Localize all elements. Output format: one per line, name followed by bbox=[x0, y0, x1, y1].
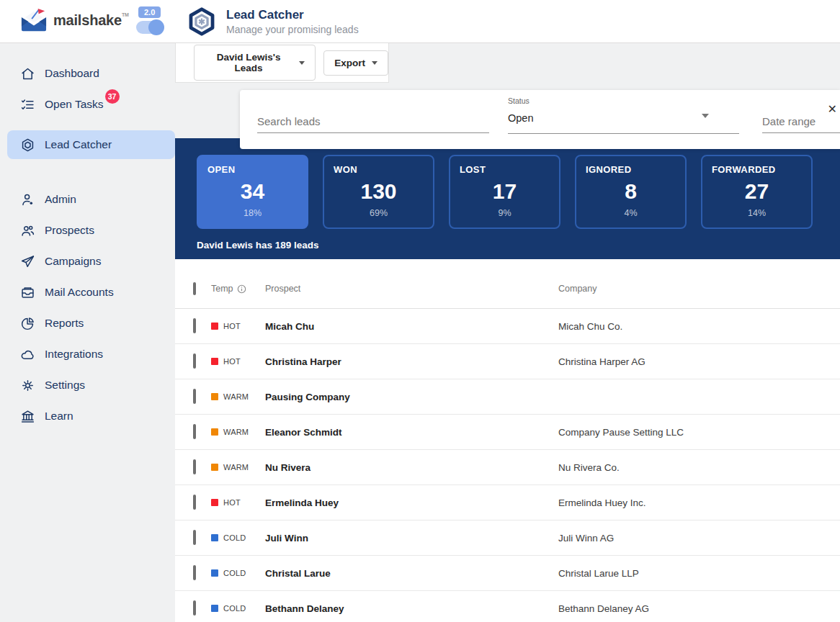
table-row[interactable]: HOT Micah Chu Micah Chu Co. bbox=[175, 309, 840, 344]
date-range-input[interactable] bbox=[762, 110, 840, 133]
prospect-name[interactable]: Pausing Company bbox=[265, 392, 558, 402]
stat-card-lost[interactable]: LOST 17 9% bbox=[449, 155, 560, 229]
prospect-name[interactable]: Ermelinda Huey bbox=[265, 497, 558, 508]
stat-percent: 69% bbox=[324, 208, 433, 218]
stat-percent: 4% bbox=[576, 208, 685, 218]
temp-color-swatch bbox=[211, 605, 218, 612]
prospect-name[interactable]: Nu Rivera bbox=[265, 462, 558, 473]
column-prospect: Prospect bbox=[265, 284, 558, 294]
row-checkbox[interactable] bbox=[193, 600, 196, 616]
prospect-name[interactable]: Bethann Delaney bbox=[265, 603, 558, 614]
prospect-name[interactable]: Juli Winn bbox=[265, 533, 558, 544]
company-name: Christal Larue LLP bbox=[558, 568, 840, 579]
sidebar-item-admin[interactable]: Admin bbox=[7, 185, 175, 214]
stat-label: WON bbox=[324, 164, 433, 175]
bank-icon bbox=[20, 409, 35, 424]
temp-color-swatch bbox=[211, 323, 218, 330]
sidebar-item-campaigns[interactable]: Campaigns bbox=[7, 247, 175, 276]
stat-card-ignored[interactable]: IGNORED 8 4% bbox=[575, 155, 687, 229]
temp-color-swatch bbox=[211, 428, 218, 436]
info-icon[interactable] bbox=[237, 284, 246, 294]
table-row[interactable]: COLD Christal Larue Christal Larue LLP bbox=[175, 556, 840, 591]
table-row[interactable]: COLD Juli Winn Juli Winn AG bbox=[175, 520, 840, 556]
temp-label: COLD bbox=[223, 604, 246, 613]
page-title: Lead Catcher bbox=[226, 8, 359, 22]
sidebar-item-prospects[interactable]: Prospects bbox=[7, 216, 175, 245]
stat-percent: 14% bbox=[702, 208, 811, 218]
stat-card-open[interactable]: OPEN 34 18% bbox=[197, 155, 308, 229]
people-icon bbox=[20, 223, 35, 238]
sidebar-item-reports[interactable]: Reports bbox=[7, 309, 175, 338]
hexagon-icon bbox=[20, 138, 35, 153]
table-row[interactable]: HOT Christina Harper Christina Harper AG bbox=[175, 344, 840, 379]
sidebar-item-open-tasks[interactable]: Open Tasks 37 bbox=[7, 90, 175, 119]
prospect-name[interactable]: Eleanor Schmidt bbox=[265, 427, 558, 438]
temp-label: COLD bbox=[223, 533, 246, 542]
table-row[interactable]: HOT Ermelinda Huey Ermelinda Huey Inc. bbox=[175, 485, 840, 520]
pie-chart-icon bbox=[20, 316, 35, 331]
logo-text: mailshakeTM bbox=[53, 12, 129, 29]
company-name: Juli Winn AG bbox=[558, 533, 840, 544]
temp-label: WARM bbox=[223, 428, 249, 436]
home-icon bbox=[20, 66, 35, 81]
status-select[interactable]: Status Open bbox=[508, 96, 739, 134]
sidebar-item-mail-accounts[interactable]: Mail Accounts bbox=[7, 278, 175, 307]
temp-color-swatch bbox=[211, 358, 218, 365]
version-toggle[interactable] bbox=[136, 21, 164, 34]
table-header: Temp Prospect Company bbox=[175, 259, 840, 309]
temp-color-swatch bbox=[211, 393, 218, 400]
status-label: Status bbox=[508, 96, 739, 105]
stat-card-won[interactable]: WON 130 69% bbox=[323, 155, 434, 229]
row-checkbox[interactable] bbox=[193, 459, 196, 474]
sidebar-item-dashboard[interactable]: Dashboard bbox=[7, 59, 175, 88]
trademark: TM bbox=[122, 12, 129, 17]
row-checkbox[interactable] bbox=[193, 389, 196, 404]
stat-count: 27 bbox=[702, 179, 811, 204]
company-name: Nu Rivera Co. bbox=[558, 462, 840, 473]
company-name: Christina Harper AG bbox=[558, 356, 840, 367]
sidebar-item-integrations[interactable]: Integrations bbox=[7, 340, 175, 369]
sidebar-item-label: Mail Accounts bbox=[45, 286, 114, 299]
stat-percent: 18% bbox=[198, 208, 307, 218]
mailshake-envelope-icon bbox=[20, 7, 48, 33]
column-temp: Temp bbox=[211, 284, 233, 294]
temp-color-swatch bbox=[211, 569, 218, 577]
select-all-checkbox[interactable] bbox=[193, 282, 196, 295]
leads-owner-dropdown[interactable]: David Lewis's Leads bbox=[194, 45, 316, 81]
prospect-name[interactable]: Christina Harper bbox=[265, 356, 558, 367]
export-button[interactable]: Export bbox=[323, 50, 388, 76]
row-checkbox[interactable] bbox=[193, 318, 196, 333]
main-content: David Lewis's Leads Export Status Open ✕… bbox=[175, 43, 840, 622]
sidebar-item-learn[interactable]: Learn bbox=[7, 402, 175, 431]
mailshake-logo[interactable]: mailshakeTM 2.0 bbox=[20, 6, 164, 34]
sidebar-item-label: Lead Catcher bbox=[45, 138, 112, 151]
sidebar-item-lead-catcher[interactable]: Lead Catcher bbox=[7, 130, 175, 159]
stat-card-forwarded[interactable]: FORWARDED 27 14% bbox=[701, 155, 813, 229]
sidebar-item-settings[interactable]: Settings bbox=[7, 371, 175, 400]
page-subtitle: Manage your promising leads bbox=[226, 24, 359, 35]
table-row[interactable]: WARM Pausing Company bbox=[175, 379, 840, 415]
stat-label: FORWARDED bbox=[702, 164, 811, 175]
row-checkbox[interactable] bbox=[193, 353, 196, 369]
lead-catcher-hexagon-icon bbox=[186, 5, 218, 38]
temp-label: HOT bbox=[223, 322, 241, 330]
company-name: Ermelinda Huey Inc. bbox=[558, 497, 840, 508]
sidebar-item-label: Prospects bbox=[45, 224, 94, 237]
row-checkbox[interactable] bbox=[193, 424, 196, 439]
row-checkbox[interactable] bbox=[193, 530, 196, 545]
app-header: mailshakeTM 2.0 Lead Catcher Manage your… bbox=[0, 0, 840, 43]
leads-summary: David Lewis has 189 leads bbox=[197, 240, 319, 251]
open-tasks-count-badge: 37 bbox=[105, 89, 120, 104]
table-row[interactable]: WARM Nu Rivera Nu Rivera Co. bbox=[175, 450, 840, 485]
prospect-name[interactable]: Micah Chu bbox=[265, 321, 558, 332]
row-checkbox[interactable] bbox=[193, 565, 196, 580]
row-checkbox[interactable] bbox=[193, 495, 196, 510]
prospect-name[interactable]: Christal Larue bbox=[265, 568, 558, 579]
search-input[interactable] bbox=[257, 110, 489, 133]
temp-label: HOT bbox=[223, 357, 241, 366]
table-row[interactable]: COLD Bethann Delaney Bethann Delaney AG bbox=[175, 591, 840, 622]
table-row[interactable]: WARM Eleanor Schmidt Company Pause Setti… bbox=[175, 415, 840, 450]
stat-cards: OPEN 34 18% WON 130 69% LOST 17 9% IGNOR… bbox=[197, 155, 813, 229]
sidebar-item-label: Dashboard bbox=[45, 67, 99, 80]
chevron-down-icon bbox=[372, 61, 377, 65]
